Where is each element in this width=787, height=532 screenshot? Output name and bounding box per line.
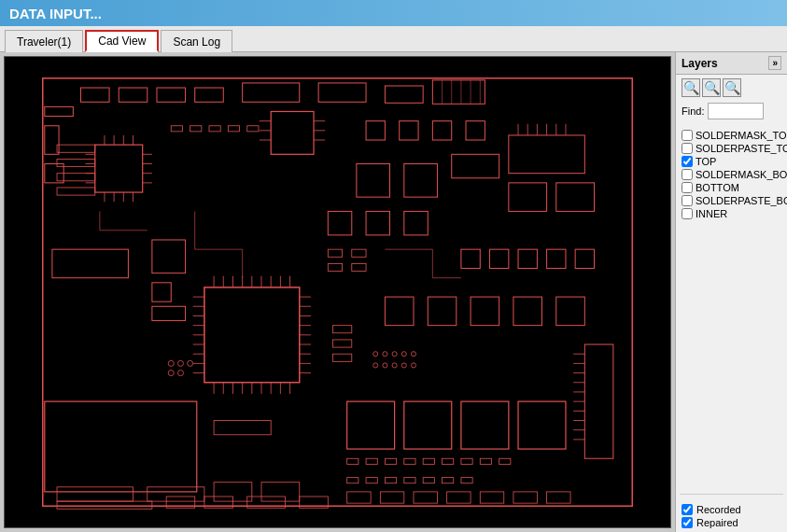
app-title: DATA INPUT... — [9, 6, 102, 21]
layer-top: TOP — [680, 155, 783, 168]
zoom-out-button[interactable]: 🔍 — [702, 78, 721, 97]
layer-list: SOLDERMASK_TOP SOLDERPASTE_TOP TOP SOLDE… — [676, 127, 787, 488]
layer-soldermask-top-label: SOLDERMASK_TOP — [696, 130, 787, 141]
zoom-fit-button[interactable]: 🔍 — [723, 78, 741, 97]
main-area: Layers » 🔍 🔍 🔍 Find: SOLDERMASK_TOP — [0, 52, 787, 532]
layer-solderpaste-top: SOLDERPASTE_TOP — [680, 142, 783, 155]
layer-bottom-checkbox[interactable] — [682, 182, 693, 193]
layer-solderpaste-top-checkbox[interactable] — [682, 143, 693, 154]
recorded-item: Recorded — [682, 504, 781, 515]
overlay-checkboxes: Recorded Repaired — [676, 500, 787, 532]
repaired-checkbox[interactable] — [682, 517, 693, 528]
panel-header: Layers » — [676, 52, 787, 75]
tab-cadview[interactable]: Cad View — [85, 30, 159, 52]
panel-collapse-button[interactable]: » — [768, 56, 781, 70]
right-panel: Layers » 🔍 🔍 🔍 Find: SOLDERMASK_TOP — [675, 52, 787, 532]
layer-solderpaste-bottom: SOLDERPASTE_BOTTOM — [680, 194, 783, 207]
layer-divider — [680, 494, 783, 495]
layer-inner-label: INNER — [696, 208, 727, 219]
panel-title: Layers — [682, 57, 718, 70]
layer-top-checkbox[interactable] — [682, 156, 693, 167]
layer-soldermask-bottom-checkbox[interactable] — [682, 169, 693, 180]
zoom-in-button[interactable]: 🔍 — [682, 78, 700, 97]
layer-soldermask-top-checkbox[interactable] — [682, 130, 693, 141]
cad-view-canvas[interactable] — [4, 56, 671, 528]
zoom-controls: 🔍 🔍 🔍 — [676, 75, 787, 101]
layer-top-label: TOP — [696, 156, 716, 167]
layer-solderpaste-bottom-checkbox[interactable] — [682, 195, 693, 206]
layer-solderpaste-top-label: SOLDERPASTE_TOP — [696, 143, 787, 154]
layer-solderpaste-bottom-label: SOLDERPASTE_BOTTOM — [696, 195, 787, 206]
layer-soldermask-bottom-label: SOLDERMASK_BOTTOM — [696, 169, 787, 180]
title-bar: DATA INPUT... — [0, 0, 787, 26]
layer-inner-checkbox[interactable] — [682, 208, 693, 219]
repaired-item: Repaired — [682, 517, 781, 528]
tab-bar: Traveler(1) Cad View Scan Log — [0, 26, 787, 52]
layer-bottom: BOTTOM — [680, 181, 783, 194]
layer-inner: INNER — [680, 207, 783, 220]
recorded-checkbox[interactable] — [682, 504, 693, 515]
repaired-label: Repaired — [696, 517, 738, 528]
recorded-label: Recorded — [696, 504, 741, 515]
tab-scanlog[interactable]: Scan Log — [161, 30, 232, 52]
find-label: Find: — [682, 105, 704, 117]
find-input[interactable] — [708, 103, 764, 119]
tab-traveler[interactable]: Traveler(1) — [5, 30, 83, 52]
layer-bottom-label: BOTTOM — [696, 182, 739, 193]
find-row: Find: — [676, 101, 787, 121]
layer-soldermask-top: SOLDERMASK_TOP — [680, 129, 783, 142]
layer-soldermask-bottom: SOLDERMASK_BOTTOM — [680, 168, 783, 181]
